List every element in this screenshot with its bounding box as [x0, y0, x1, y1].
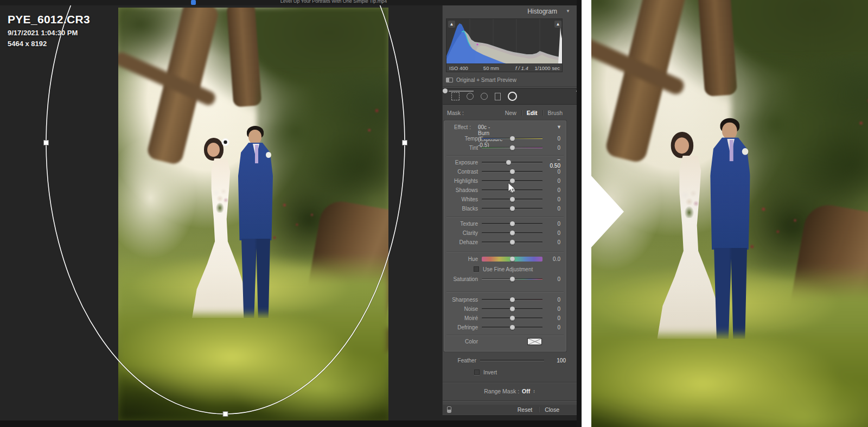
- checkbox-label: Use Fine Adjustment: [483, 266, 533, 272]
- spot-removal-tool-icon[interactable]: [467, 93, 474, 100]
- slider-thumb[interactable]: [510, 136, 515, 141]
- slider-clarity: Clarity0: [444, 228, 566, 238]
- slider-track[interactable]: [482, 317, 542, 319]
- slider-label: Dehaze: [446, 239, 478, 245]
- slider-thumb[interactable]: [510, 169, 515, 174]
- slider-label: Whites: [446, 196, 478, 202]
- radial-filter-tool-icon[interactable]: [508, 92, 517, 101]
- histogram-box[interactable]: ▲ ▲ ISO 400 50 mm f / 1.4 1/1000 sec: [446, 18, 563, 72]
- slider-value: 0: [545, 178, 566, 184]
- close-button[interactable]: Close: [545, 406, 559, 413]
- vignette: [591, 0, 868, 427]
- slider-exposure: Exposure− 0.50: [444, 158, 566, 167]
- mask-option-new[interactable]: New: [505, 110, 516, 116]
- slider-label: Clarity: [446, 230, 478, 236]
- feather-value: 100: [557, 358, 577, 364]
- effect-preset-dropdown[interactable]: 00c - Burn (Exposure -0.5) ↕: [478, 124, 481, 130]
- tool-strip: [443, 88, 577, 105]
- slider-label: Hue: [446, 256, 478, 262]
- radial-filter-handle-left[interactable]: [44, 141, 49, 145]
- range-mask-value[interactable]: Off: [522, 388, 530, 394]
- crop-tool-icon[interactable]: [451, 92, 459, 100]
- histogram-title: Histogram: [527, 8, 557, 15]
- slider-thumb[interactable]: [510, 257, 515, 262]
- slider-thumb[interactable]: [510, 316, 515, 321]
- slider-blacks: Blacks0: [444, 204, 566, 213]
- slider-track[interactable]: [482, 241, 542, 243]
- slider-value: 0: [545, 145, 566, 151]
- slider-hue: Hue0.0: [444, 254, 566, 264]
- invert-label: Invert: [483, 369, 497, 375]
- mask-option-edit[interactable]: Edit: [527, 110, 538, 116]
- slider-label: Temp: [446, 136, 478, 142]
- reset-button[interactable]: Reset: [518, 406, 532, 413]
- slider-track[interactable]: [482, 199, 542, 200]
- slider-track[interactable]: [482, 180, 542, 182]
- slider-track[interactable]: [482, 138, 542, 139]
- slider-thumb[interactable]: [510, 297, 515, 302]
- feather-track[interactable]: [480, 360, 544, 361]
- slider-moiré: Moiré0: [444, 314, 566, 323]
- slider-thumb[interactable]: [506, 160, 511, 165]
- slider-label: Shadows: [446, 187, 478, 193]
- slider-track[interactable]: [482, 299, 542, 301]
- divider: [443, 400, 577, 401]
- shadow-clipping-indicator[interactable]: ▲: [448, 21, 455, 28]
- checkbox[interactable]: [474, 266, 479, 272]
- slider-track[interactable]: [482, 278, 542, 280]
- video-frame: Level Up Your Portraits With One Simple …: [0, 0, 868, 427]
- slider-thumb[interactable]: [510, 240, 515, 245]
- slider-thumb[interactable]: [510, 307, 515, 311]
- panel-collapse-icon[interactable]: ▼: [557, 124, 561, 130]
- slider-thumb[interactable]: [510, 145, 515, 150]
- slider-value: 0: [545, 315, 566, 321]
- color-swatch[interactable]: [527, 338, 542, 345]
- slider-thumb[interactable]: [510, 221, 515, 226]
- panel-footer: Reset Close: [443, 405, 577, 415]
- highlight-clipping-indicator[interactable]: ▲: [554, 21, 561, 28]
- lightroom-window: PYE_6012.CR3 9/17/2021 1:04:30 PM 5464 x…: [0, 5, 577, 420]
- slider-thumb[interactable]: [510, 206, 515, 211]
- slider-thumb[interactable]: [510, 231, 515, 235]
- slider-thumb[interactable]: [510, 197, 515, 202]
- slider-track[interactable]: [482, 208, 542, 209]
- collapse-triangle-icon[interactable]: ▼: [566, 9, 570, 14]
- focal-length-value: 50 mm: [483, 65, 499, 71]
- bottom-bar: [0, 420, 582, 427]
- slider-label: Defringe: [446, 324, 478, 330]
- panel-switch-icon[interactable]: [447, 406, 451, 413]
- slider-track[interactable]: [482, 232, 542, 234]
- video-title: Level Up Your Portraits With One Simple …: [280, 0, 387, 4]
- red-eye-tool-icon[interactable]: [481, 93, 488, 100]
- slider-track[interactable]: [482, 327, 542, 328]
- photo-after: [591, 0, 868, 427]
- divider: [446, 335, 564, 335]
- radial-filter-handle-right[interactable]: [403, 141, 407, 145]
- slider-track[interactable]: [482, 308, 542, 310]
- aperture-value: f / 1.4: [515, 65, 528, 71]
- color-row: Color: [444, 337, 566, 346]
- slider-value: 0: [545, 239, 566, 245]
- graduated-filter-tool-icon[interactable]: [495, 93, 501, 100]
- slider-track[interactable]: [482, 223, 542, 225]
- slider-track[interactable]: [482, 162, 542, 163]
- feather-label: Feather: [449, 358, 476, 364]
- slider-value: 0: [545, 324, 566, 330]
- preview-status-row: Original + Smart Preview: [446, 76, 573, 84]
- slider-track[interactable]: [482, 257, 542, 262]
- invert-checkbox[interactable]: [474, 369, 480, 375]
- slider-saturation: Saturation0: [444, 275, 566, 284]
- divider: [542, 110, 543, 116]
- slider-label: Highlights: [446, 178, 478, 184]
- tone-sliders: Exposure− 0.50Contrast0Highlights0Shadow…: [444, 158, 566, 213]
- histogram-header[interactable]: Histogram ▼: [443, 7, 577, 16]
- slider-thumb[interactable]: [510, 277, 515, 282]
- mask-option-brush[interactable]: Brush: [548, 110, 563, 116]
- slider-label: Contrast: [446, 169, 478, 175]
- photo-before[interactable]: [118, 8, 388, 420]
- adjustment-brush-tool-icon[interactable]: [524, 94, 556, 99]
- slider-thumb[interactable]: [510, 325, 515, 330]
- slider-track[interactable]: [482, 171, 542, 173]
- slider-label: Blacks: [446, 206, 478, 212]
- slider-track[interactable]: [482, 147, 542, 149]
